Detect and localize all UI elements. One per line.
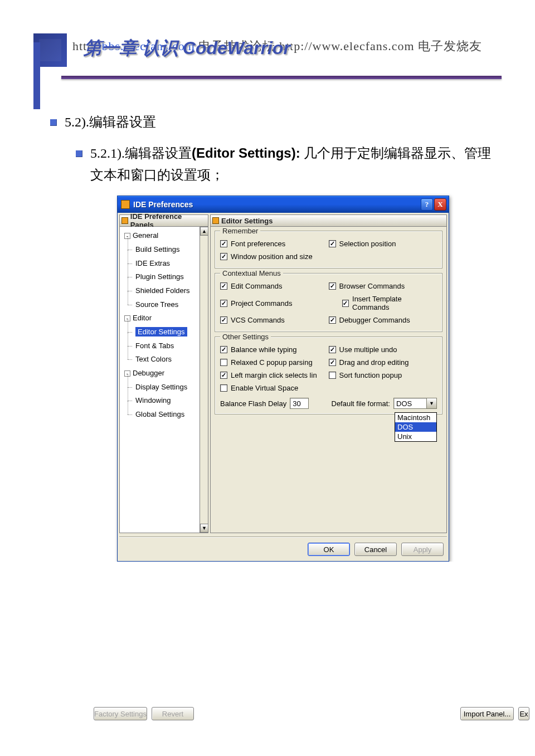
checkbox-icon	[220, 300, 227, 307]
watermark-link-2: http://www.elecfans.com	[279, 39, 415, 53]
check-drag-and-drop[interactable]: Drag and drop editing	[329, 356, 437, 369]
right-panel-header-text: Editor Settings	[221, 217, 273, 225]
header-divider	[61, 76, 502, 79]
bullet-5-2-1-bold: (Editor Settings):	[192, 145, 300, 160]
checkbox-icon	[220, 372, 227, 379]
default-file-format-label: Default file format:	[332, 399, 391, 408]
tree-header-icon	[121, 217, 128, 224]
check-relaxed-c-popup[interactable]: Relaxed C popup parsing	[220, 356, 329, 369]
checkbox-icon	[342, 300, 349, 307]
group-remember-title: Remember	[220, 227, 260, 235]
tree-node-shielded-folders[interactable]: Shielded Folders	[121, 284, 207, 298]
check-browser-commands[interactable]: Browser Commands	[329, 280, 437, 292]
tree-node-editor-settings[interactable]: Editor Settings	[121, 325, 207, 339]
checkbox-icon	[329, 359, 336, 366]
ide-preferences-dialog: IDE Preferences ? X IDE Preference Panel…	[117, 196, 449, 562]
check-sort-function-popup[interactable]: Sort function popup	[329, 369, 437, 382]
checkbox-icon	[220, 346, 227, 353]
tree-selected-label: Editor Settings	[135, 327, 187, 336]
checkbox-icon	[220, 253, 227, 260]
ok-button[interactable]: OK	[308, 543, 350, 556]
tree-node-global-settings[interactable]: Global Settings	[121, 408, 207, 422]
group-other-title: Other Settings	[220, 333, 271, 341]
tree-node-general[interactable]: -General	[121, 229, 207, 243]
dialog-help-button[interactable]: ?	[421, 198, 433, 211]
checkbox-icon	[329, 346, 336, 353]
dialog-titlebar[interactable]: IDE Preferences ? X	[118, 196, 449, 213]
dialog-close-button[interactable]: X	[434, 198, 446, 211]
check-vcs-commands[interactable]: VCS Commands	[220, 314, 329, 326]
bullet-5-2-1-num: 5.2.1).编辑器设置	[90, 146, 192, 160]
default-file-format-combo[interactable]: DOS ▼	[393, 398, 437, 409]
preferences-tree[interactable]: -General Build Settings IDE Extras Plugi…	[120, 227, 208, 424]
checkbox-icon	[220, 384, 227, 392]
bullet-icon	[50, 119, 57, 126]
dropdown-item-dos[interactable]: DOS	[395, 422, 436, 432]
tree-node-plugin-settings[interactable]: Plugin Settings	[121, 270, 207, 284]
dropdown-item-unix[interactable]: Unix	[395, 432, 436, 441]
check-project-commands[interactable]: Project Commands	[220, 292, 329, 314]
checkbox-icon	[329, 372, 336, 379]
check-debugger-commands[interactable]: Debugger Commands	[329, 314, 437, 326]
dialog-title-text: IDE Preferences	[133, 200, 420, 209]
check-window-position[interactable]: Window position and size	[220, 250, 437, 263]
check-enable-virtual-space[interactable]: Enable Virtual Space	[220, 382, 437, 394]
group-contextual-menus: Contextual Menus Edit Commands Browser C…	[215, 274, 442, 331]
check-left-margin-click[interactable]: Left margin click selects lin	[220, 369, 329, 382]
bullet-icon	[76, 150, 82, 157]
tree-node-font-tabs[interactable]: Font & Tabs	[121, 339, 207, 353]
scroll-down-icon[interactable]: ▼	[200, 524, 208, 533]
default-file-format-value[interactable]: DOS	[393, 398, 427, 409]
tree-node-windowing[interactable]: Windowing	[121, 394, 207, 408]
tree-header: IDE Preference Panels	[119, 214, 208, 227]
group-contextual-title: Contextual Menus	[220, 269, 283, 277]
checkbox-icon	[329, 240, 336, 247]
checkbox-icon	[329, 316, 336, 324]
checkbox-icon	[220, 316, 227, 324]
check-selection-position[interactable]: Selection position	[329, 237, 437, 250]
checkbox-icon	[220, 359, 227, 366]
tree-node-display-settings[interactable]: Display Settings	[121, 381, 207, 394]
bullet-5-2: 5.2).编辑器设置	[50, 111, 502, 133]
tree-node-build-settings[interactable]: Build Settings	[121, 243, 207, 257]
check-balance-while-typing[interactable]: Balance while typing	[220, 343, 329, 356]
checkbox-icon	[220, 282, 227, 290]
check-multiple-undo[interactable]: Use multiple undo	[329, 343, 437, 356]
bullet-5-2-1: 5.2.1).编辑器设置(Editor Settings): 几个用于定制编辑器…	[50, 143, 502, 186]
dialog-title-icon	[121, 200, 130, 209]
checkbox-icon	[329, 282, 336, 290]
check-insert-template-commands[interactable]: Insert Template Commands	[329, 292, 437, 314]
check-font-preferences[interactable]: Font preferences	[220, 237, 329, 250]
scroll-up-icon[interactable]: ▲	[200, 227, 208, 236]
tree-node-ide-extras[interactable]: IDE Extras	[121, 257, 207, 271]
tree-node-editor[interactable]: -Editor	[121, 311, 207, 325]
tree-node-text-colors[interactable]: Text Colors	[121, 353, 207, 367]
balance-flash-delay-input[interactable]: 30	[290, 398, 309, 409]
checkbox-icon	[220, 240, 227, 247]
slide-title-text: 第一章 认识 CodeWarrior	[84, 36, 290, 61]
apply-button[interactable]: Apply	[401, 543, 444, 556]
right-panel-header: Editor Settings	[210, 214, 447, 227]
right-panel-header-icon	[212, 217, 219, 224]
check-edit-commands[interactable]: Edit Commands	[220, 280, 329, 292]
bullet-5-2-text: 5.2).编辑器设置	[65, 111, 156, 133]
tree-node-source-trees[interactable]: Source Trees	[121, 298, 207, 312]
bullet-5-2-1-text: 5.2.1).编辑器设置(Editor Settings): 几个用于定制编辑器…	[90, 143, 502, 186]
chevron-down-icon[interactable]: ▼	[427, 398, 437, 409]
default-file-format-dropdown[interactable]: Macintosh DOS Unix	[395, 412, 437, 442]
group-remember: Remember Font preferences Selection posi…	[215, 231, 442, 268]
dropdown-item-macintosh[interactable]: Macintosh	[395, 413, 436, 422]
group-other-settings: Other Settings Balance while typing Use …	[215, 337, 442, 414]
tree-node-debugger[interactable]: -Debugger	[121, 367, 207, 381]
cancel-button[interactable]: Cancel	[354, 543, 397, 556]
balance-flash-delay-label: Balance Flash Delay	[220, 399, 286, 408]
tree-scrollbar[interactable]: ▲ ▼	[200, 227, 208, 533]
watermark-suffix: 电子发烧友	[415, 39, 483, 53]
